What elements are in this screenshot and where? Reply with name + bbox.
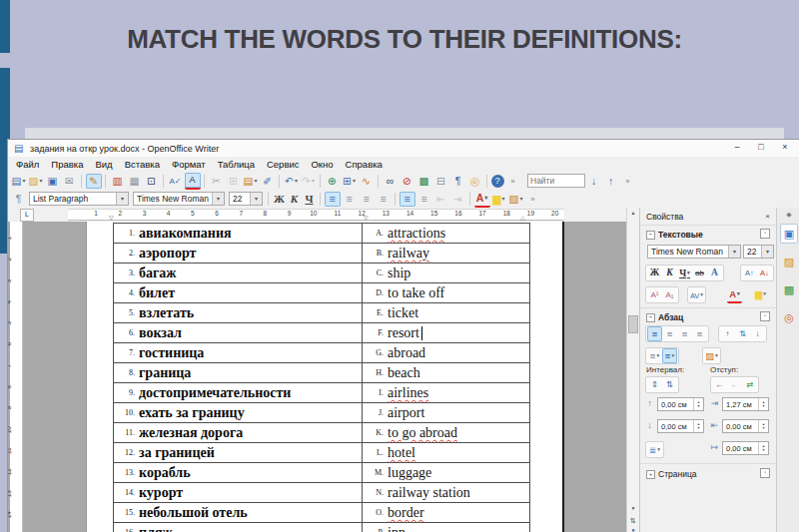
indent-marker[interactable]: ▽	[364, 214, 369, 221]
menu-insert[interactable]: Вставка	[119, 159, 166, 170]
navigation-dot-icon[interactable]: ●	[627, 525, 639, 532]
paragraph-background-icon[interactable]: ▨	[704, 348, 719, 363]
justify-button[interactable]: ≡	[376, 192, 392, 207]
sidebar-close-icon[interactable]: ×	[765, 212, 770, 221]
decrease-spacing-icon[interactable]: ⇅	[662, 377, 677, 392]
export-pdf-icon[interactable]: ▥	[110, 174, 126, 189]
minimize-button[interactable]: –	[725, 140, 749, 156]
sidebar-bold-button[interactable]: Ж	[647, 266, 662, 280]
redo-icon[interactable]: ↷	[301, 174, 317, 189]
copy-icon[interactable]: ⊞	[226, 174, 242, 189]
table-row[interactable]: 14.курорт N.railway station	[114, 483, 529, 503]
gallery-icon[interactable]: ▩	[416, 174, 432, 189]
table-row[interactable]: 10.ехать за границу J.airport	[114, 403, 529, 423]
strikethrough-button[interactable]: ab	[692, 266, 707, 280]
increase-spacing-icon[interactable]: ⇕	[647, 377, 662, 392]
find-input[interactable]	[527, 174, 585, 188]
new-document-icon[interactable]: ▤	[11, 174, 27, 189]
italic-button[interactable]: К	[288, 192, 302, 207]
underline-button[interactable]: Ч	[303, 192, 317, 207]
first-line-indent-field[interactable]: 0,00 см	[722, 441, 769, 455]
print-icon[interactable]: ▦	[127, 174, 143, 189]
edit-file-icon[interactable]: ✎	[86, 174, 102, 189]
help-icon[interactable]: ?	[491, 175, 504, 188]
table-row[interactable]: 13.корабль M.luggage	[114, 463, 529, 483]
sidebar-bullet-list-button[interactable]: ≡	[647, 348, 662, 363]
sidebar-numbered-list-button[interactable]: ≡	[662, 348, 677, 363]
indent-marker[interactable]: ▽	[109, 214, 114, 221]
sidebar-underline-button[interactable]: Ч	[677, 266, 692, 280]
table-row[interactable]: 5.взлетать E.ticket	[114, 303, 529, 323]
menu-window[interactable]: Окно	[305, 159, 339, 170]
navigator-icon[interactable]: ⊘	[400, 174, 415, 189]
line-spacing-icon[interactable]: ≣	[647, 442, 662, 457]
find-overflow-icon[interactable]: »	[620, 174, 636, 189]
close-button[interactable]: ×	[773, 140, 797, 156]
font-name-select[interactable]: Times New Roman	[133, 192, 225, 206]
below-spacing-field[interactable]: 0,00 см	[657, 419, 704, 433]
paragraph-dialog-launcher-icon[interactable]: ▫	[760, 311, 770, 321]
character-section-header[interactable]: − Текстовые	[646, 229, 703, 241]
sidebar-align-right-button[interactable]: ≡	[677, 326, 692, 341]
character-dialog-launcher-icon[interactable]: ▫	[760, 229, 770, 239]
menu-tools[interactable]: Сервис	[261, 159, 306, 170]
save-icon[interactable]: ▣	[45, 174, 61, 189]
collapse-icon[interactable]: −	[646, 231, 655, 240]
bullet-list-button[interactable]: ≡	[416, 192, 432, 207]
scroll-up-icon[interactable]: ▲	[627, 208, 639, 219]
menu-table[interactable]: Таблица	[212, 159, 261, 170]
table-row[interactable]: 3.багаж C.ship	[114, 264, 529, 283]
page-section-header[interactable]: + Страница	[646, 468, 697, 480]
sidebar-align-left-button[interactable]: ≡	[647, 326, 662, 341]
align-top-icon[interactable]: ↑	[720, 326, 735, 341]
scroll-down-icon[interactable]: ▼	[627, 503, 639, 514]
bold-button[interactable]: Ж	[273, 192, 287, 207]
gallery-tab-icon[interactable]: ▨	[780, 252, 798, 271]
print-preview-icon[interactable]: ⊡	[144, 174, 160, 189]
font-size-select[interactable]: 22	[229, 192, 263, 206]
paste-icon[interactable]: ▤	[243, 174, 259, 189]
find-replace-icon[interactable]: ∞	[383, 174, 399, 189]
email-icon[interactable]: ✉	[62, 174, 78, 189]
table-row[interactable]: 9.достопримечательности I.airlines	[114, 383, 529, 403]
cut-icon[interactable]: ✂	[209, 174, 225, 189]
above-spacing-field[interactable]: 0,00 см	[657, 397, 704, 411]
paragraph-style-select[interactable]: List Paragraph	[29, 192, 129, 206]
table-row[interactable]: 4.билет D.to take off	[114, 283, 529, 303]
increase-indent-button[interactable]: ⇥	[450, 192, 466, 207]
after-indent-field[interactable]: 0,00 см	[722, 419, 769, 433]
find-next-icon[interactable]: ↓	[586, 174, 602, 189]
align-right-button[interactable]: ≡	[359, 192, 375, 207]
collapse-icon[interactable]: −	[646, 313, 655, 322]
find-previous-icon[interactable]: ↑	[603, 174, 619, 189]
increase-font-icon[interactable]: A↑	[742, 266, 757, 280]
table-row[interactable]: 16.пляж P.inn	[114, 523, 529, 532]
auto-spellcheck-icon[interactable]: A	[185, 173, 201, 190]
matching-table[interactable]: 1.авиакомпания A.attractions 2.аэропорт …	[113, 223, 530, 532]
align-bottom-icon[interactable]: ↓	[750, 326, 765, 341]
open-icon[interactable]: ▨	[28, 174, 44, 189]
menu-help[interactable]: Справка	[340, 159, 389, 170]
expand-icon[interactable]: +	[646, 470, 655, 479]
sidebar-font-color-button[interactable]: A	[727, 286, 742, 303]
toolbar-overflow-icon[interactable]: »	[505, 174, 521, 189]
menu-edit[interactable]: Правка	[45, 159, 89, 170]
subscript-icon[interactable]: A₁	[662, 287, 677, 302]
sidebar-font-name-select[interactable]: Times New Roman	[647, 245, 741, 259]
menu-view[interactable]: Вид	[89, 159, 118, 170]
properties-tab-icon[interactable]: ▣	[780, 224, 798, 244]
insert-table-icon[interactable]: ⊞	[342, 174, 358, 189]
zoom-icon[interactable]: ◎	[467, 174, 483, 189]
clipart-tab-icon[interactable]: ▩	[780, 279, 798, 299]
table-row[interactable]: 1.авиакомпания A.attractions	[114, 224, 529, 244]
spelling-icon[interactable]: A✓	[168, 174, 184, 189]
table-row[interactable]: 8.граница H.beach	[114, 363, 529, 383]
maximize-button[interactable]: □	[749, 140, 773, 156]
formatting-marks-icon[interactable]: ¶	[450, 174, 466, 189]
decrease-indent-button[interactable]: ⇤	[433, 192, 449, 207]
tab-stop-selector[interactable]: L	[20, 209, 34, 222]
background-color-button[interactable]: ▨	[508, 192, 524, 207]
table-row[interactable]: 7.гостиница G.abroad	[114, 343, 529, 363]
character-spacing-icon[interactable]: AV	[689, 287, 704, 302]
align-middle-icon[interactable]: ⇅	[735, 326, 750, 341]
